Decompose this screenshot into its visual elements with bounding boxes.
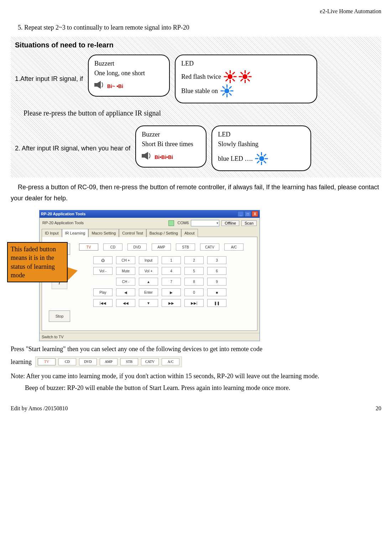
remote-button-grid: ⏻ CH + Input 1 2 3 Vol - Mute Vol + 4 5 … xyxy=(93,256,252,307)
device-catv[interactable]: CATV xyxy=(200,243,219,251)
btn-input[interactable]: Input xyxy=(139,256,158,264)
btn-vol-up[interactable]: Vol + xyxy=(139,267,158,275)
buzzert-sound-text: Bi~ •Bi xyxy=(107,83,123,90)
re-press-text: Re-press a button of RC-09, then re-pres… xyxy=(11,184,379,202)
speaker-icon xyxy=(142,151,152,163)
device-cd[interactable]: CD xyxy=(103,243,122,251)
btn-ch-up[interactable]: CH + xyxy=(116,256,135,264)
beep-line: Beep of buzzer: RP-20 will enable the bu… xyxy=(11,382,381,394)
btn-left[interactable]: ◀ xyxy=(116,288,135,296)
btn-5[interactable]: 5 xyxy=(184,267,204,275)
offline-button[interactable]: Offline xyxy=(221,220,239,226)
led1-title: LED xyxy=(181,59,311,68)
buzzer2-sound-text: Bi•Bi•Bi xyxy=(155,154,173,161)
btn-down[interactable]: ▼ xyxy=(139,299,158,307)
device-ac[interactable]: A/C xyxy=(224,243,244,251)
callout-arrow-icon xyxy=(67,267,78,281)
inline-device-stb: STB xyxy=(120,358,138,365)
btn-ch-down[interactable]: CH - xyxy=(116,278,135,286)
buzzert-title: Buzzert xyxy=(94,59,163,68)
inline-device-cd: CD xyxy=(58,358,76,365)
inline-device-catv: CATV xyxy=(141,358,159,365)
btn-right[interactable]: ▶ xyxy=(162,288,181,296)
re-press-paragraph: Re-press a button of RC-09, then re-pres… xyxy=(11,182,381,204)
btn-prev[interactable]: |◀◀ xyxy=(93,299,113,307)
btn-7[interactable]: 7 xyxy=(162,278,181,286)
page-footer: Edit by Amos /20150810 20 xyxy=(11,404,381,413)
note-line: Note: After you came into learning mode,… xyxy=(11,370,381,382)
page-header: e2-Live Home Automation xyxy=(11,7,381,16)
window-title: RP-20 Application Tools xyxy=(41,211,85,217)
btn-up[interactable]: ▲ xyxy=(139,278,158,286)
minimize-button[interactable]: _ xyxy=(237,211,244,217)
buzzer2-desc: Short Bi three times xyxy=(142,139,200,149)
btn-3[interactable]: 3 xyxy=(207,256,226,264)
tab-about[interactable]: About xyxy=(181,229,198,237)
footer-left: Edit by Amos /20150810 xyxy=(11,404,68,413)
footer-right: 20 xyxy=(376,404,381,413)
btn-0[interactable]: 0 xyxy=(184,288,204,296)
maximize-button[interactable]: □ xyxy=(245,211,251,217)
step-5: 5. Repeat step 2~3 to continually to lea… xyxy=(18,23,381,32)
app-subtitle: RP-20 Application Tools xyxy=(42,220,84,226)
device-stb[interactable]: STB xyxy=(176,243,195,251)
btn-ffwd[interactable]: ▶▶ xyxy=(162,299,181,307)
tab-backup-setting[interactable]: Backup / Setting xyxy=(146,229,181,237)
btn-power[interactable]: ⏻ xyxy=(93,256,113,264)
below-app-text: Press "Start learning" then you can sele… xyxy=(11,343,381,394)
situations-panel: Situations of need to re-learn 1.After i… xyxy=(11,37,381,178)
device-type-row: TV CD DVD AMP STB CATV A/C xyxy=(79,243,252,251)
btn-next[interactable]: ▶▶| xyxy=(184,299,204,307)
tab-control-test[interactable]: Control Test xyxy=(119,229,146,237)
tab-macro-setting[interactable]: Macro Setting xyxy=(88,229,119,237)
app-screenshot-area: This faded button means it is in the sta… xyxy=(39,210,381,341)
buzzert-sound: Bi~ •Bi xyxy=(94,80,163,92)
device-dvd[interactable]: DVD xyxy=(127,243,147,251)
situation-1-row: 1.After input IR signal, if Buzzert One … xyxy=(15,55,377,103)
tab-ir-learning[interactable]: IR Learning xyxy=(62,229,89,237)
red-led-icon xyxy=(224,71,236,83)
tab-strip: ID Input IR Learning Macro Setting Contr… xyxy=(42,228,257,237)
speaker-icon xyxy=(94,80,105,92)
btn-9[interactable]: 9 xyxy=(207,278,226,286)
btn-stop-media[interactable]: ■ xyxy=(207,288,226,296)
blue-led-icon xyxy=(221,85,233,97)
btn-rewind[interactable]: ◀◀ xyxy=(116,299,135,307)
stop-button[interactable]: Stop xyxy=(49,310,70,322)
situations-title: Situations of need to re-learn xyxy=(15,40,377,50)
btn-6[interactable]: 6 xyxy=(207,267,226,275)
inline-device-dvd: DVD xyxy=(79,358,97,365)
btn-8[interactable]: 8 xyxy=(184,278,204,286)
btn-enter[interactable]: Enter xyxy=(139,288,158,296)
btn-play[interactable]: Play xyxy=(93,288,113,296)
btn-vol-down[interactable]: Vol - xyxy=(93,267,113,275)
device-amp[interactable]: AMP xyxy=(152,243,171,251)
situation-1-lead: 1.After input IR signal, if xyxy=(15,74,83,84)
buzzer2-bubble: Buzzer Short Bi three times Bi•Bi•Bi xyxy=(135,125,207,168)
svg-marker-0 xyxy=(94,81,101,89)
scan-button[interactable]: Scan xyxy=(241,220,257,226)
learning-word: learning xyxy=(11,356,32,368)
btn-1[interactable]: 1 xyxy=(162,256,181,264)
buzzert-bubble: Buzzert One long, one short Bi~ •Bi xyxy=(88,55,170,97)
inline-device-tv: TV xyxy=(38,358,56,365)
led1-row2-text: Blue stable on xyxy=(181,86,218,96)
btn-mute[interactable]: Mute xyxy=(116,267,135,275)
com-dropdown[interactable] xyxy=(191,220,219,226)
inline-device-ac: A/C xyxy=(162,358,179,365)
btn-4[interactable]: 4 xyxy=(162,267,181,275)
led1-row1-text: Red flash twice xyxy=(181,72,221,82)
led2-row1: Slowly flashing xyxy=(218,139,305,149)
step-5-text: Repeat step 2~3 to continually to learn … xyxy=(24,24,189,31)
tab-id-input[interactable]: ID Input xyxy=(42,229,62,237)
close-button[interactable]: X xyxy=(252,211,258,217)
inline-device-row: TV CD DVD AMP STB CATV A/C xyxy=(35,356,182,367)
titlebar: RP-20 Application Tools _ □ X xyxy=(40,210,260,218)
svg-marker-1 xyxy=(142,152,148,160)
app-toolbar: RP-20 Application Tools COM6 Offline Sca… xyxy=(40,218,260,228)
btn-2[interactable]: 2 xyxy=(184,256,204,264)
device-tv[interactable]: TV xyxy=(79,243,98,251)
buzzert-desc: One long, one short xyxy=(94,68,163,78)
btn-pause[interactable]: ❚❚ xyxy=(207,299,226,307)
led1-bubble: LED Red flash twice Blue stable on xyxy=(175,55,317,103)
